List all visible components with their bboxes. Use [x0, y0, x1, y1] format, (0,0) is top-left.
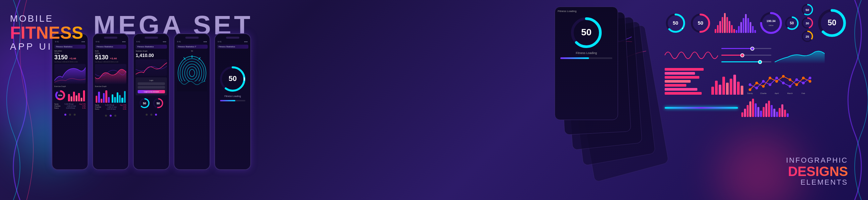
slider-handle-1[interactable]: [750, 47, 754, 51]
phone-header-4: Fitness Statistics 7: [176, 45, 208, 49]
fingerprint-icon: [177, 55, 207, 91]
svg-text:50: 50: [806, 8, 809, 12]
screen-4: Fitness Statistics 7 50: [174, 43, 210, 94]
svg-point-74: [762, 80, 765, 83]
gauge-element-2: 50: [690, 12, 711, 34]
gauge-50-2: 50: [152, 97, 164, 109]
phones-container: 9:41 ●●● Fitness Statistics WALKING TOTA…: [52, 33, 251, 170]
ui-elements-panel: 50 50: [665, 3, 861, 197]
svg-point-70: [802, 77, 805, 79]
svg-text:190.34: 190.34: [767, 19, 776, 23]
designs-label: DESIGNS: [786, 165, 848, 178]
bottom-stats-1: Sandy 5,102.45 kcal Avg 4.5% Charlotte 1…: [54, 103, 86, 109]
svg-point-80: [802, 82, 805, 84]
bar-spectrum-2: [741, 99, 789, 117]
svg-point-68: [789, 78, 791, 81]
gauge-50-1: 50: [139, 97, 150, 109]
triple-gauge-group: 190.34 value 50 50 30: [760, 3, 814, 43]
svg-point-81: [809, 77, 811, 79]
circular-gauge-main: 50: [219, 66, 246, 92]
svg-text:April: April: [775, 92, 779, 94]
screen-1: Fitness Statistics WALKING TOTAL _ 3150 …: [52, 43, 88, 118]
svg-point-12: [182, 61, 202, 85]
loading-bar: [220, 100, 245, 101]
svg-point-77: [782, 82, 785, 84]
login-area: Login Login to my account: [136, 77, 167, 95]
slider-group: [721, 47, 771, 64]
vertical-bars-2: [711, 75, 743, 95]
elements-label: ELEMENTS: [786, 178, 848, 187]
status-bar-2: 9:41 ●●●: [93, 40, 128, 43]
svg-text:50: 50: [673, 20, 678, 26]
app-ui-label: APP UI: [10, 41, 83, 52]
slider-handle-3[interactable]: [758, 60, 762, 64]
chart-area-3: [136, 59, 167, 76]
mobile-label: MOBILE: [10, 13, 83, 24]
screen-2: Fitness Statistics RUN TOTAL _ 5130 +3.4…: [93, 43, 128, 119]
fingerprint-area: [176, 53, 208, 93]
login-btn[interactable]: Login to my account: [138, 90, 165, 93]
small-gauge-stack: 50 30 25: [801, 3, 814, 43]
svg-point-69: [795, 84, 798, 86]
infographic-title-block: INFOGRAPHIC DESIGNS ELEMENTS: [786, 156, 848, 187]
svg-text:March: March: [787, 92, 793, 94]
loading-label: Fitness Loading: [224, 95, 241, 97]
wave-row: [665, 47, 861, 64]
phone-3: 9:41 ●●● Fitness Statistics Statistics G…: [133, 33, 170, 170]
svg-point-63: [755, 82, 758, 84]
status-bar-5: 9:41 ●●●: [215, 40, 250, 43]
front-phone-gauge: 50: [570, 16, 603, 49]
svg-text:30: 30: [806, 21, 809, 25]
svg-point-73: [755, 87, 758, 89]
svg-text:50: 50: [143, 102, 146, 105]
screen-3: Fitness Statistics Statistics Graph 1,41…: [134, 43, 169, 118]
right-decoration: [841, 0, 868, 200]
svg-text:50: 50: [157, 102, 160, 105]
svg-point-62: [749, 88, 751, 91]
svg-point-67: [782, 75, 785, 78]
phone-header-3: Fitness Statistics: [136, 45, 167, 49]
screen-5: Fitness Statistics 50 Fitness Loading: [215, 43, 250, 118]
neon-row: [665, 99, 861, 117]
area-chart-right: [775, 47, 825, 64]
bar-spectrum-1: [715, 13, 756, 33]
svg-text:50: 50: [790, 21, 794, 25]
svg-point-75: [769, 84, 771, 86]
chart-area-2: [95, 64, 126, 84]
phone-2: 9:41 ●●● Fitness Statistics RUN TOTAL _ …: [92, 33, 129, 170]
svg-text:Charlie: Charlie: [760, 92, 767, 94]
gauge-row-1: 50 50: [665, 3, 861, 43]
phone-notch-3: [145, 37, 158, 39]
svg-text:25: 25: [806, 35, 809, 38]
app-title-block: MOBILE FITNESS APP UI: [10, 13, 83, 52]
gauge-190: 190.34 value: [760, 11, 783, 35]
bar-chart-1: [67, 89, 86, 102]
slider-handle-2[interactable]: [740, 53, 744, 57]
svg-point-64: [762, 85, 765, 88]
status-bar-4: 9:41 ●●●: [174, 40, 210, 43]
bars-row: Sandy Charlie April March Feb: [665, 68, 861, 95]
phone-header-2: Fitness Statistics: [95, 45, 126, 49]
loading-screen: 50 Fitness Loading: [217, 50, 248, 116]
wave-chart-pink: [665, 47, 718, 64]
svg-text:value: value: [769, 24, 774, 26]
bottom-stats-2: Sandy 5,102.45 kcal Avg 4.5% Charlotte 1…: [95, 104, 126, 110]
donut-area-1: 55%: [54, 89, 86, 102]
svg-point-14: [187, 67, 197, 79]
phone-1: 9:41 ●●● Fitness Statistics WALKING TOTA…: [52, 33, 88, 170]
svg-point-79: [795, 78, 798, 81]
donut-chart-1: 55%: [54, 89, 66, 101]
phone-header-5: Fitness Statistics: [217, 45, 248, 49]
svg-point-15: [189, 69, 195, 77]
phone-4: 9:41 ●●● Fitness Statistics 7 50: [174, 33, 210, 170]
chart-area-1: [54, 64, 86, 84]
gauge-50-right: 50: [784, 16, 799, 31]
svg-point-71: [809, 80, 811, 83]
phone-notch-2: [104, 37, 117, 39]
svg-point-76: [775, 77, 778, 79]
phone-notch-4: [185, 37, 199, 39]
svg-point-65: [769, 77, 771, 79]
gauge-row-phone3: 50 50: [136, 97, 167, 109]
loading-fill: [220, 100, 235, 101]
svg-text:50: 50: [828, 18, 836, 27]
